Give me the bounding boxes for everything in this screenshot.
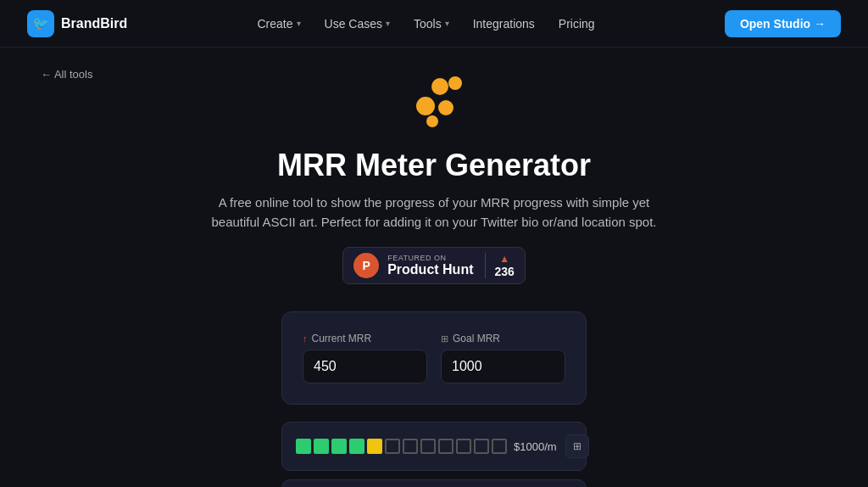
back-link[interactable]: ← All tools	[41, 68, 92, 81]
mrr-icon	[404, 76, 464, 136]
dot-3	[416, 97, 435, 115]
input-row: ↑ Current MRR ⊞ Goal MRR	[303, 333, 565, 383]
current-mrr-icon: ↑	[303, 333, 308, 344]
bar-block	[474, 439, 489, 454]
nav-pricing[interactable]: Pricing	[559, 17, 595, 31]
goal-mrr-input[interactable]	[441, 350, 565, 383]
progress-label-1: $1000/m	[514, 440, 557, 453]
dot-4	[438, 100, 453, 115]
page-title: MRR Meter Generator	[277, 148, 591, 183]
navbar-center: Create ▾ Use Cases ▾ Tools ▾ Integration…	[257, 17, 594, 31]
page-description: A free online tool to show the progress …	[205, 193, 663, 232]
ph-product-name: Product Hunt	[387, 262, 473, 277]
open-studio-button[interactable]: Open Studio →	[725, 10, 841, 37]
chevron-icon: ▾	[386, 19, 390, 28]
current-mrr-label: ↑ Current MRR	[303, 333, 427, 344]
bar-block	[385, 439, 400, 454]
ph-votes: ▲ 236	[485, 253, 514, 278]
product-hunt-icon: P	[353, 253, 379, 278]
bar-block	[367, 439, 382, 454]
progress-card-1: $1000/m ⊞	[281, 422, 587, 471]
goal-mrr-label: ⊞ Goal MRR	[441, 333, 565, 344]
current-mrr-input[interactable]	[303, 350, 427, 383]
bar-block	[403, 439, 418, 454]
copy-button-1[interactable]: ⊞	[565, 434, 589, 458]
input-card: ↑ Current MRR ⊞ Goal MRR	[281, 311, 587, 405]
current-mrr-group: ↑ Current MRR	[303, 333, 427, 383]
bar-block	[349, 439, 364, 454]
goal-mrr-group: ⊞ Goal MRR	[441, 333, 565, 383]
product-hunt-text: FEATURED ON Product Hunt	[387, 254, 473, 277]
chevron-icon: ▾	[297, 19, 301, 28]
bar-block	[296, 439, 311, 454]
dot-5	[426, 115, 438, 127]
navbar-left: 🐦 BrandBird	[27, 10, 127, 37]
dot-1	[431, 78, 448, 95]
brand-logo[interactable]: 🐦	[27, 10, 54, 37]
dot-2	[448, 76, 462, 90]
navbar-right: Open Studio →	[725, 10, 841, 37]
navbar: 🐦 BrandBird Create ▾ Use Cases ▾ Tools ▾…	[0, 0, 868, 48]
nav-integrations[interactable]: Integrations	[473, 17, 535, 31]
nav-tools[interactable]: Tools ▾	[414, 17, 449, 31]
bar-block	[492, 439, 507, 454]
bar-block	[456, 439, 471, 454]
bar-block	[438, 439, 453, 454]
progress-cards: $1000/m ⊞	[281, 422, 587, 487]
goal-mrr-icon: ⊞	[441, 333, 448, 344]
brand-name: BrandBird	[61, 16, 127, 31]
ph-featured-on-label: FEATURED ON	[387, 254, 473, 262]
ph-vote-count: 236	[494, 265, 514, 278]
bar-block	[331, 439, 347, 454]
bar-block	[314, 439, 329, 454]
progress-card-2: $1000/m ⊞	[281, 479, 587, 487]
bar-block	[420, 439, 436, 454]
ph-arrow-icon: ▲	[499, 253, 509, 265]
nav-create[interactable]: Create ▾	[257, 17, 300, 31]
chevron-icon: ▾	[445, 19, 449, 28]
progress-bar-1: $1000/m	[296, 439, 557, 454]
main-content: ← All tools MRR Meter Generator A free o…	[0, 48, 868, 487]
nav-use-cases[interactable]: Use Cases ▾	[325, 17, 390, 31]
bar-blocks-1	[296, 439, 507, 454]
product-hunt-badge[interactable]: P FEATURED ON Product Hunt ▲ 236	[342, 247, 526, 284]
